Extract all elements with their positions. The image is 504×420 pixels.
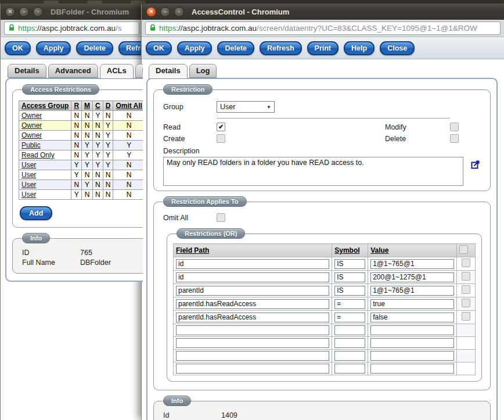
select-all-checkbox[interactable] bbox=[459, 245, 468, 254]
value-input[interactable] bbox=[370, 351, 454, 361]
add-button[interactable]: Add bbox=[20, 206, 52, 220]
value-input[interactable] bbox=[370, 313, 454, 322]
access-group-link[interactable]: User bbox=[21, 191, 36, 199]
col-field-path[interactable]: Field Path bbox=[174, 244, 332, 257]
access-group-link[interactable]: User bbox=[21, 161, 36, 169]
apply-button[interactable]: Apply bbox=[36, 41, 71, 55]
delete-button[interactable]: Delete bbox=[217, 41, 254, 55]
delete-checkbox[interactable] bbox=[450, 134, 459, 143]
access-group-link[interactable]: Owner bbox=[21, 121, 42, 130]
access-group-link[interactable]: User bbox=[21, 171, 36, 179]
symbol-input[interactable] bbox=[334, 325, 365, 335]
perm-cell: N bbox=[93, 131, 103, 141]
symbol-input[interactable] bbox=[334, 313, 365, 322]
col-read[interactable]: R bbox=[71, 101, 82, 111]
back-titlebar[interactable]: ✕ – ▫ DBFolder - Chromium bbox=[1, 3, 143, 20]
print-button[interactable]: Print bbox=[307, 41, 339, 55]
ok-button[interactable]: OK bbox=[146, 41, 172, 55]
group-select[interactable]: User▼ bbox=[217, 101, 275, 113]
tab-details[interactable]: Details bbox=[149, 64, 188, 79]
col-create[interactable]: C bbox=[93, 101, 103, 111]
symbol-input[interactable] bbox=[334, 286, 365, 296]
field-path-input[interactable] bbox=[176, 351, 329, 361]
symbol-input[interactable] bbox=[334, 351, 365, 361]
row-checkbox[interactable] bbox=[462, 285, 470, 294]
access-group-link[interactable]: Owner bbox=[21, 112, 42, 120]
value-input[interactable] bbox=[370, 286, 454, 296]
col-delete[interactable]: D bbox=[103, 101, 113, 111]
perm-cell: Y bbox=[82, 141, 93, 150]
perm-cell: N bbox=[71, 111, 82, 121]
symbol-input[interactable] bbox=[334, 364, 365, 374]
popup-editor-icon[interactable] bbox=[471, 159, 481, 171]
col-modify[interactable]: M bbox=[82, 101, 93, 111]
tab-acls[interactable]: ACLs bbox=[100, 64, 134, 79]
perm-cell: N bbox=[103, 190, 113, 200]
refresh-button[interactable]: Refresh bbox=[118, 41, 143, 55]
col-access-group[interactable]: Access Group bbox=[19, 101, 71, 111]
symbol-input[interactable] bbox=[334, 299, 365, 309]
close-icon[interactable]: ✕ bbox=[146, 7, 156, 17]
field-path-input[interactable] bbox=[176, 313, 329, 322]
help-button[interactable]: Help bbox=[344, 41, 375, 55]
field-path-input[interactable] bbox=[176, 338, 329, 348]
info-fieldset: Info ID 765 Full Name DBFolder bbox=[12, 238, 143, 274]
symbol-input[interactable] bbox=[334, 338, 365, 348]
col-symbol[interactable]: Symbol bbox=[332, 244, 368, 257]
tab-log[interactable]: Log bbox=[189, 64, 217, 78]
omit-all-checkbox[interactable] bbox=[217, 213, 225, 222]
address-input[interactable]: https://aspc.jobtrack.com.au/screen/data… bbox=[145, 21, 501, 35]
desktop: ✕ – ▫ DBFolder - Chromium https://aspc.j… bbox=[0, 0, 504, 420]
maximize-icon[interactable]: ▫ bbox=[33, 7, 43, 17]
row-checkbox[interactable] bbox=[462, 272, 470, 281]
tab-model[interactable]: Model bbox=[135, 64, 143, 78]
close-button[interactable]: Close bbox=[380, 41, 415, 55]
value-input[interactable] bbox=[370, 272, 454, 282]
access-group-link[interactable]: Owner bbox=[21, 131, 42, 139]
create-checkbox[interactable] bbox=[217, 134, 225, 143]
row-checkbox[interactable] bbox=[462, 312, 470, 321]
field-path-input[interactable] bbox=[176, 272, 329, 282]
field-path-input[interactable] bbox=[176, 299, 329, 309]
col-value[interactable]: Value bbox=[368, 244, 457, 257]
refresh-button[interactable]: Refresh bbox=[260, 41, 302, 55]
minimize-icon[interactable]: – bbox=[19, 7, 29, 17]
address-input[interactable]: https://aspc.jobtrack.com.au/s bbox=[4, 21, 139, 35]
access-group-link[interactable]: Public bbox=[21, 141, 41, 149]
perm-cell: Y bbox=[71, 170, 82, 180]
tab-details[interactable]: Details bbox=[8, 64, 46, 78]
value-input[interactable] bbox=[370, 364, 454, 374]
minimize-icon[interactable]: – bbox=[160, 7, 170, 17]
read-checkbox[interactable]: ✔ bbox=[217, 123, 225, 131]
close-icon[interactable]: ✕ bbox=[5, 7, 15, 17]
front-titlebar[interactable]: ✕ – ▫ AccessControl - Chromium bbox=[142, 3, 504, 20]
row-checkbox[interactable] bbox=[462, 299, 470, 307]
url-path: /s bbox=[116, 24, 122, 33]
window-title: DBFolder - Chromium bbox=[51, 8, 129, 16]
col-omit-all[interactable]: Omit All bbox=[113, 101, 143, 111]
delete-button[interactable]: Delete bbox=[76, 41, 113, 55]
symbol-input[interactable] bbox=[334, 272, 365, 282]
value-input[interactable] bbox=[370, 299, 454, 309]
field-path-input[interactable] bbox=[176, 259, 329, 269]
field-path-input[interactable] bbox=[176, 286, 329, 296]
field-path-input[interactable] bbox=[176, 325, 329, 335]
value-input[interactable] bbox=[370, 259, 454, 269]
description-textarea[interactable]: May only READ folders in a folder you ha… bbox=[163, 157, 463, 186]
ok-button[interactable]: OK bbox=[5, 41, 31, 55]
modify-checkbox[interactable] bbox=[450, 123, 459, 131]
access-group-link[interactable]: Read Only bbox=[21, 151, 55, 159]
value-input[interactable] bbox=[370, 325, 454, 335]
row-checkbox[interactable] bbox=[462, 259, 470, 267]
tab-advanced[interactable]: Advanced bbox=[48, 64, 98, 78]
perm-cell: Y bbox=[82, 160, 93, 170]
perm-cell: N bbox=[82, 121, 93, 131]
perm-cell: N bbox=[71, 131, 82, 141]
access-group-link[interactable]: User bbox=[21, 181, 36, 189]
apply-button[interactable]: Apply bbox=[177, 41, 213, 55]
symbol-input[interactable] bbox=[334, 259, 365, 269]
maximize-icon[interactable]: ▫ bbox=[174, 7, 184, 17]
restriction-row-empty bbox=[174, 324, 476, 337]
field-path-input[interactable] bbox=[176, 364, 329, 374]
value-input[interactable] bbox=[370, 338, 454, 348]
